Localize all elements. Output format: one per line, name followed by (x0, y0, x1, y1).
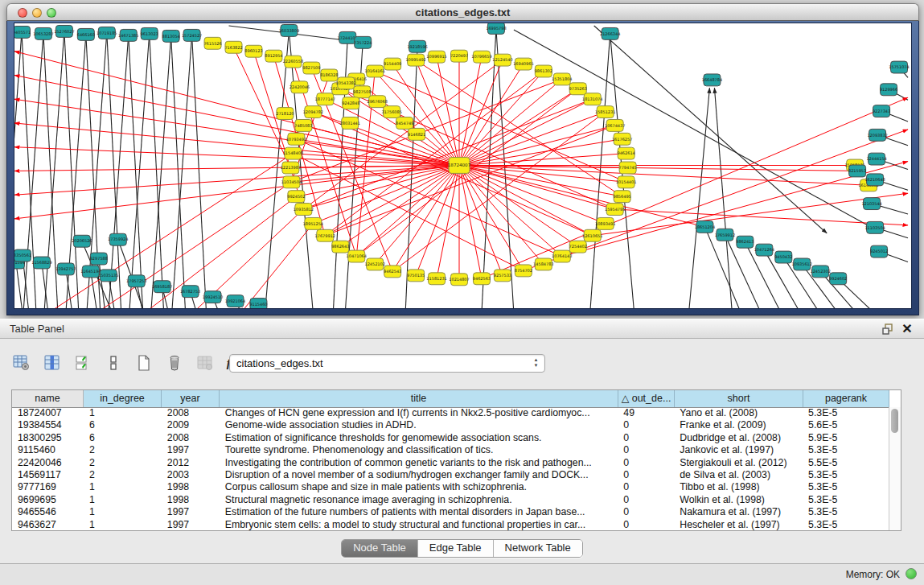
column-header-out_de[interactable]: △ out_de... (618, 390, 675, 407)
graph-node[interactable]: 10471264 (754, 244, 774, 256)
graph-node[interactable]: 15276027 (54, 25, 74, 37)
table-selector-dropdown[interactable]: citations_edges.txt ▲▼ (229, 354, 545, 373)
graph-node[interactable]: 9462563 (473, 273, 491, 285)
table-row[interactable]: 1938455462009Genome-wide association stu… (12, 419, 889, 431)
graph-node[interactable]: 12213987 (281, 162, 301, 174)
graph-node[interactable]: 9862413 (736, 236, 754, 248)
table-settings-icon[interactable] (11, 352, 32, 373)
column-select-icon[interactable] (42, 352, 63, 373)
graph-node[interactable]: 9257533 (494, 270, 511, 282)
tab-edge-table[interactable]: Edge Table (418, 540, 494, 557)
graph-node[interactable]: 21266344 (600, 27, 620, 39)
table-row[interactable]: 911546021997Tourette syndrome. Phenomeno… (12, 444, 889, 456)
graph-node[interactable]: 12610651 (582, 229, 602, 241)
graph-node[interactable]: 10471064 (347, 250, 367, 262)
graph-node[interactable]: 8912954 (265, 50, 282, 62)
table-row[interactable]: 946362711997Embryonic stem cells: a mode… (12, 519, 889, 530)
graph-node[interactable]: 10935612 (792, 258, 812, 270)
graph-node[interactable]: 10653287 (33, 27, 53, 39)
graph-node[interactable]: 20206526 (72, 235, 92, 247)
graph-node[interactable]: 7794745 (619, 162, 637, 174)
graph-node[interactable]: 9856495 (614, 191, 631, 203)
graph-node[interactable]: 8215953 (848, 165, 866, 177)
graph-node[interactable]: 7357224 (354, 36, 372, 48)
graph-node[interactable]: 8813054 (162, 30, 180, 42)
graph-node[interactable]: 16033809 (279, 24, 299, 36)
graph-node[interactable]: 10996915 (426, 51, 446, 63)
graph-node[interactable]: 9227343 (873, 105, 890, 117)
memory-indicator-icon[interactable] (906, 568, 917, 579)
graph-node[interactable]: 10154401 (616, 176, 636, 188)
window-titlebar[interactable]: citations_edges.txt (6, 3, 919, 21)
graph-node[interactable]: 18651204 (695, 220, 715, 233)
graph-node[interactable]: 15954795 (605, 204, 625, 216)
table-row[interactable]: 969969511998Structural magnetic resonanc… (12, 494, 889, 506)
graph-node[interactable]: 9115460 (249, 299, 267, 308)
graph-node[interactable]: 9827509 (302, 62, 320, 74)
graph-node[interactable]: 22420046 (290, 81, 310, 93)
table-row[interactable]: 2242004622012Investigating the contribut… (12, 457, 889, 469)
graph-node[interactable]: 8186328 (320, 69, 338, 81)
graph-node[interactable]: 9154409 (384, 58, 401, 70)
graph-node[interactable]: 9462543 (384, 266, 401, 278)
graph-node[interactable]: 12452302 (811, 266, 831, 278)
new-column-icon[interactable] (133, 352, 154, 373)
graph-node[interactable]: 7220497 (450, 50, 468, 62)
graph-node[interactable]: 7615526 (203, 37, 221, 49)
graph-node[interactable]: 16648784 (702, 74, 722, 86)
graph-node[interactable]: 19924510 (203, 291, 223, 303)
graph-node[interactable]: 12124540 (492, 54, 512, 66)
graph-node[interactable]: 13942757 (55, 263, 76, 275)
graph-node[interactable]: 10764143 (552, 250, 572, 262)
graph-node[interactable]: 28031441 (340, 117, 360, 130)
graph-node[interactable]: 10935812 (294, 204, 314, 216)
graph-node[interactable]: 10793493 (286, 133, 306, 145)
graph-node[interactable]: 11581231 (426, 273, 446, 285)
graph-node[interactable]: 9405571 (14, 26, 31, 38)
graph-node[interactable]: 11034504 (281, 176, 302, 188)
graph-node[interactable]: 9297588 (90, 253, 108, 265)
graph-node[interactable]: 16995798 (486, 23, 506, 34)
graph-node[interactable]: 9827508 (353, 86, 371, 98)
graph-node[interactable]: 18777147 (315, 93, 335, 105)
graph-node[interactable]: 9861302 (535, 65, 552, 77)
graph-node[interactable]: 9750135 (407, 270, 425, 282)
graph-node[interactable]: 17957253 (126, 275, 146, 287)
network-canvas[interactable]: 1221398711548408107934937485083120947821… (14, 23, 912, 309)
table-row[interactable]: 946554611997Estimation of the future num… (12, 506, 889, 518)
graph-node[interactable]: 9862643 (331, 241, 349, 253)
graph-node[interactable]: 17659912 (715, 229, 735, 241)
graph-node[interactable]: 6466160 (77, 28, 95, 40)
graph-node[interactable]: 9924602 (829, 273, 847, 285)
graph-node[interactable]: 9462614 (618, 147, 635, 159)
graph-node[interactable]: 17359924 (108, 233, 128, 245)
graph-node[interactable]: 18951254 (303, 217, 323, 229)
graph-node[interactable]: 10921064 (225, 295, 245, 307)
graph-node[interactable]: 11568829 (31, 257, 51, 269)
table-row[interactable]: 1830029562008Estimation of significance … (12, 432, 889, 444)
graph-node[interactable]: 10719185 (97, 27, 117, 39)
graph-node[interactable]: 8454749 (396, 117, 413, 130)
graph-node[interactable]: 12093832 (867, 129, 887, 141)
tab-network-table[interactable]: Network Table (494, 540, 582, 557)
graph-node[interactable]: 9242848 (342, 97, 359, 109)
graph-node[interactable]: 11103504 (864, 221, 885, 233)
graph-node[interactable]: 9129966 (880, 84, 897, 96)
graph-node[interactable]: 11548408 (283, 147, 303, 159)
graph-node[interactable]: 29676068 (368, 96, 388, 108)
column-header-short[interactable]: short (675, 390, 803, 407)
close-panel-icon[interactable]: ✕ (900, 322, 914, 336)
graph-node[interactable]: 31756085 (381, 106, 401, 118)
column-header-pagerank[interactable]: pagerank (803, 390, 889, 407)
graph-node[interactable]: 7163822 (224, 41, 242, 53)
graph-node[interactable]: 16958187 (152, 281, 172, 293)
graph-node[interactable]: 10214807 (449, 274, 469, 286)
graph-node[interactable]: 10543382 (336, 77, 356, 89)
graph-node[interactable]: 2718120 (276, 108, 294, 120)
graph-node[interactable]: 10893491 (595, 217, 615, 229)
table-row[interactable]: 1456911722003Disruption of a novel membe… (12, 469, 889, 481)
column-header-title[interactable]: title (220, 390, 618, 407)
graph-node[interactable]: 16210648 (864, 174, 885, 186)
graph-node[interactable]: 12094782 (303, 106, 323, 118)
graph-node[interactable]: 15724527 (182, 29, 202, 41)
